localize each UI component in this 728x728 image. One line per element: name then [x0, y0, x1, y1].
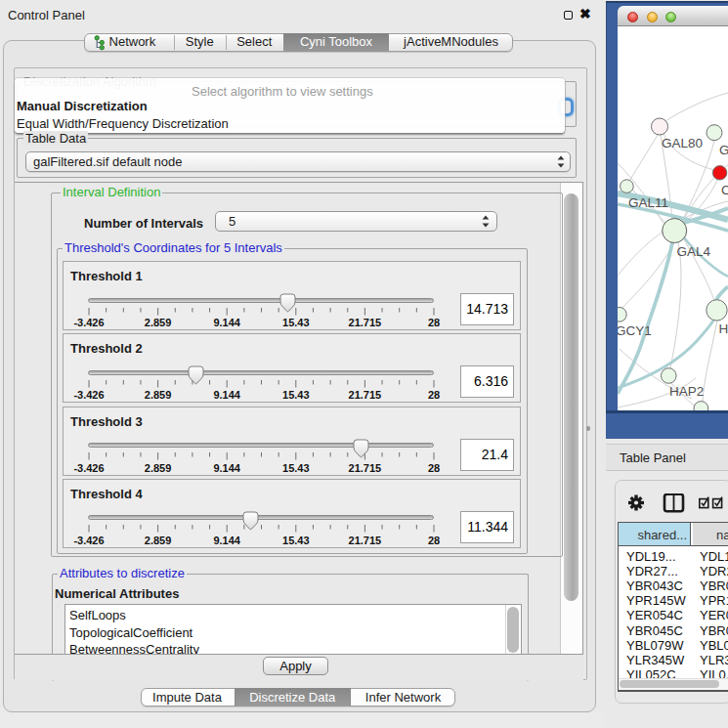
svg-text:CY: CY [721, 183, 728, 197]
svg-text:HAP2: HAP2 [669, 384, 704, 399]
svg-text:H: H [719, 321, 728, 336]
svg-text:GA: GA [719, 143, 728, 157]
svg-text:GAL4: GAL4 [677, 244, 711, 259]
svg-text:GAL11: GAL11 [628, 195, 668, 210]
svg-text:GAL80: GAL80 [662, 136, 703, 150]
svg-text:GCY1: GCY1 [618, 323, 652, 338]
